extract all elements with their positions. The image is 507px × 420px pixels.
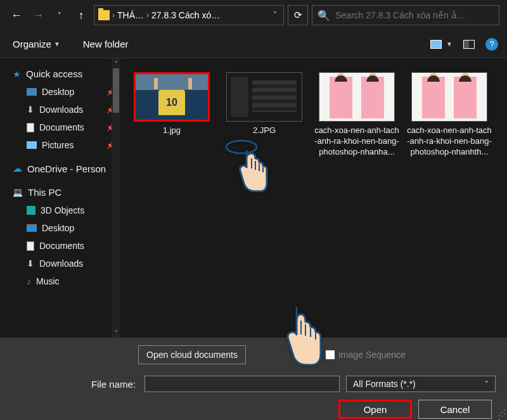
- sidebar-item-label: Quick access: [26, 68, 82, 79]
- file-label: cach-xoa-nen-anh-tach-anh-ra-khoi-nen-ba…: [407, 125, 492, 158]
- sidebar-item-label: OneDrive - Person: [27, 163, 106, 174]
- sidebar-item-label: Desktop: [42, 223, 74, 233]
- sidebar-item-label: Downloads: [39, 258, 83, 269]
- forward-button[interactable]: →: [29, 6, 47, 24]
- search-box[interactable]: 🔍: [312, 5, 499, 25]
- file-thumbnail: [411, 72, 487, 122]
- star-icon: ★: [13, 69, 21, 79]
- breadcrumb-segment[interactable]: THÁ…: [117, 10, 144, 20]
- sidebar-item-label: Downloads: [39, 105, 83, 115]
- file-thumbnail: [134, 72, 210, 122]
- cube-icon: [27, 206, 35, 215]
- filename-label: File name:: [11, 379, 138, 390]
- recent-locations-chevron[interactable]: ˅: [51, 6, 68, 24]
- sidebar-item-label: Music: [36, 276, 60, 286]
- search-input[interactable]: [335, 10, 494, 20]
- sidebar-item-downloads[interactable]: ⬇ Downloads 📌: [0, 101, 120, 118]
- sidebar-item-documents[interactable]: Documents 📌: [0, 118, 120, 136]
- desktop-icon: [27, 224, 37, 232]
- open-cloud-documents-button[interactable]: Open cloud documents: [138, 345, 246, 364]
- sidebar-item-documents-pc[interactable]: Documents: [0, 237, 120, 255]
- file-thumbnail: [319, 72, 395, 122]
- sidebar-scrollbar[interactable]: ˄ ˅: [112, 58, 120, 338]
- up-button[interactable]: ↑: [72, 6, 90, 24]
- chevron-right-icon: ›: [146, 11, 149, 20]
- sidebar-item-label: This PC: [28, 187, 61, 198]
- address-bar: ← → ˅ ↑ › THÁ… › 27.8.3 Cách xó… ˅ ⟳ 🔍: [0, 0, 507, 30]
- navigation-tree: ★ Quick access Desktop 📌 ⬇ Downloads 📌 D…: [0, 58, 120, 338]
- dialog-body: ★ Quick access Desktop 📌 ⬇ Downloads 📌 D…: [0, 58, 507, 338]
- file-item[interactable]: 1.jpg: [128, 72, 215, 158]
- music-icon: ♪: [27, 276, 31, 286]
- toolbar: Organize ▼ New folder ▼ ?: [0, 30, 507, 58]
- sidebar-item-label: 3D Objects: [41, 205, 84, 215]
- help-button[interactable]: ?: [485, 38, 498, 51]
- preview-pane-button[interactable]: [460, 37, 478, 52]
- open-button[interactable]: Open: [338, 400, 412, 419]
- image-sequence-checkbox[interactable]: [326, 350, 335, 359]
- scroll-down-icon[interactable]: ˅: [112, 328, 120, 338]
- thumbnail-icon: [430, 40, 442, 49]
- sidebar-item-3d-objects[interactable]: 3D Objects: [0, 201, 120, 219]
- file-item[interactable]: 2.JPG: [221, 72, 308, 158]
- file-type-value: All Formats (*.*): [353, 379, 416, 389]
- sidebar-item-pictures[interactable]: Pictures 📌: [0, 136, 120, 154]
- sidebar-item-label: Pictures: [42, 140, 74, 150]
- folder-icon: [98, 10, 110, 20]
- file-label: cach-xoa-nen-anh-tach-anh-ra-khoi-nen-ba…: [314, 125, 399, 158]
- sidebar-item-label: Desktop: [42, 87, 74, 97]
- file-grid: 1.jpg 2.JPG cach-xoa-nen-anh-tach-anh-ra…: [120, 58, 507, 338]
- button-label: Cancel: [440, 404, 470, 415]
- chevron-down-icon: ˅: [485, 380, 489, 388]
- sidebar-item-onedrive[interactable]: ☁ OneDrive - Person: [0, 159, 120, 178]
- button-label: Open cloud documents: [146, 350, 238, 360]
- cancel-button[interactable]: Cancel: [418, 400, 492, 419]
- organize-menu[interactable]: Organize ▼: [9, 36, 64, 52]
- download-icon: ⬇: [27, 105, 34, 115]
- pictures-icon: [27, 141, 37, 149]
- help-icon: ?: [489, 39, 494, 49]
- sidebar-item-downloads-pc[interactable]: ⬇ Downloads: [0, 255, 120, 272]
- file-label: 2.JPG: [222, 125, 307, 136]
- cloud-icon: ☁: [13, 163, 22, 174]
- sidebar-item-desktop[interactable]: Desktop 📌: [0, 83, 120, 101]
- filename-input[interactable]: [144, 376, 340, 392]
- file-type-dropdown[interactable]: All Formats (*.*) ˅: [346, 376, 496, 392]
- image-sequence-option: Image Sequence: [326, 350, 406, 360]
- sidebar-item-desktop-pc[interactable]: Desktop: [0, 219, 120, 237]
- sidebar-item-label: Documents: [39, 122, 84, 132]
- chevron-down-icon[interactable]: ▼: [446, 41, 452, 48]
- scroll-up-icon[interactable]: ˄: [112, 58, 120, 68]
- chevron-down-icon[interactable]: ˅: [271, 11, 279, 20]
- button-label: Open: [364, 404, 387, 415]
- scrollbar-thumb[interactable]: [113, 68, 119, 113]
- sidebar-item-this-pc[interactable]: 💻 This PC: [0, 183, 120, 201]
- dialog-footer: Open cloud documents Image Sequence File…: [0, 338, 507, 420]
- preview-pane-icon: [463, 40, 475, 49]
- desktop-icon: [27, 88, 37, 96]
- new-folder-label: New folder: [83, 39, 129, 49]
- download-icon: ⬇: [27, 258, 34, 269]
- chevron-down-icon: ▼: [54, 41, 60, 48]
- organize-label: Organize: [13, 39, 51, 49]
- sidebar-item-music[interactable]: ♪ Music: [0, 272, 120, 290]
- breadcrumb-segment[interactable]: 27.8.3 Cách xó…: [151, 10, 220, 20]
- back-button[interactable]: ←: [8, 6, 25, 24]
- document-icon: [27, 123, 34, 132]
- file-thumbnail: [226, 72, 302, 122]
- sidebar-item-quick-access[interactable]: ★ Quick access: [0, 65, 120, 83]
- pc-icon: 💻: [13, 188, 23, 197]
- image-sequence-label: Image Sequence: [338, 350, 406, 360]
- resize-grip-icon[interactable]: ⋰⋰: [498, 410, 504, 418]
- file-item[interactable]: cach-xoa-nen-anh-tach-anh-ra-khoi-nen-ba…: [313, 72, 401, 158]
- sidebar-item-label: Documents: [39, 241, 84, 251]
- view-thumbnails-button[interactable]: [427, 37, 445, 52]
- refresh-button[interactable]: ⟳: [288, 5, 308, 25]
- breadcrumb[interactable]: › THÁ… › 27.8.3 Cách xó… ˅: [94, 5, 284, 25]
- file-item[interactable]: cach-xoa-nen-anh-tach-anh-ra-khoi-nen-ba…: [406, 72, 493, 158]
- chevron-right-icon: ›: [112, 11, 115, 20]
- file-label: 1.jpg: [129, 125, 214, 136]
- document-icon: [27, 241, 34, 251]
- new-folder-button[interactable]: New folder: [79, 36, 132, 52]
- search-icon: 🔍: [318, 10, 330, 22]
